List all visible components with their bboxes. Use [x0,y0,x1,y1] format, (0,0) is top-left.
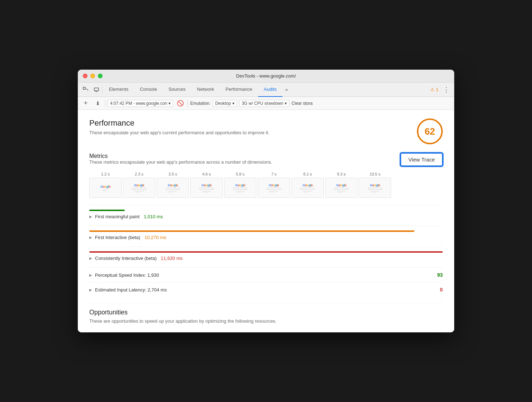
traffic-lights [83,74,103,78]
emulation-label: Emulation: [190,101,210,106]
devtools-toolbar: Elements Console Sources Network Perform… [78,83,454,97]
opportunities-description: These are opportunities to speed up your… [89,318,443,324]
filmstrip-item: 7 s Google [258,172,290,198]
filmstrip-time: 1.2 s [101,172,110,176]
filmstrip-time: 8.1 s [303,172,312,176]
add-icon[interactable]: + [81,98,91,108]
filmstrip-item: 5.8 s Google [224,172,256,198]
filmstrip-time: 4.6 s [202,172,211,176]
subbar: + ⬇ 4:07:42 PM - www.google.con ▾ 🚫 Emul… [78,97,454,110]
metric-label-row: ▶ First Interactive (beta) 10,270 ms [89,235,166,240]
tab-performance[interactable]: Performance [220,83,258,97]
filmstrip-thumb: Google [89,178,122,198]
metric-value: 11,620 ms [161,256,183,261]
perf-description: These encapsulate your web app's current… [89,130,270,135]
tab-audits[interactable]: Audits [258,83,282,97]
metric-value: 10,270 ms [144,235,166,240]
view-trace-button[interactable]: View Trace [400,153,443,166]
performance-score: 62 [417,118,443,144]
ci-progress-bar [89,251,443,253]
inspector-icon[interactable] [81,85,91,95]
tab-console[interactable]: Console [134,83,163,97]
block-icon[interactable]: 🚫 [175,98,185,108]
network-selector[interactable]: 3G w/ CPU slowdown ▾ [239,100,289,107]
filmstrip: 1.2 s Google 2.3 s Google [89,172,443,198]
metric-bar-container: ▶ Consistently Interactive (beta) 11,620… [89,256,443,261]
filmstrip-thumb: Google [325,178,357,198]
metric-label-row: ▶ First meaningful paint 1,010 ms [89,214,163,219]
dropdown-arrow-icon3: ▾ [285,101,287,106]
metric-bar-container: ▶ First Interactive (beta) 10,270 ms [89,235,443,240]
download-icon[interactable]: ⬇ [93,98,103,108]
metrics-title: Metrics [89,153,272,159]
perf-header-text: Performance These encapsulate your web a… [89,118,270,135]
metric-name: Consistently Interactive (beta) [95,256,158,261]
main-content: Performance These encapsulate your web a… [78,110,454,332]
expand-icon[interactable]: ▶ [89,273,92,277]
filmstrip-time: 3.5 s [168,172,177,176]
filmstrip-thumb: Google [258,178,290,198]
filmstrip-thumb: Google [291,178,324,198]
metric-row-ci: ▶ Consistently Interactive (beta) 11,620… [89,247,443,267]
warning-badge[interactable]: ⚠ 1 [430,87,438,92]
opportunities-title: Opportunities [89,309,443,316]
metric-name: Perceptual Speed Index: 1,930 [95,272,159,278]
fi-progress-bar [89,230,414,232]
expand-icon[interactable]: ▶ [89,288,92,292]
svg-rect-0 [83,87,85,89]
toolbar-divider [102,86,103,93]
subbar-divider2 [187,100,188,107]
metric-row-eil: ▶ Estimated Input Latency: 2,704 ms 0 [89,282,443,297]
minimize-button[interactable] [90,74,95,78]
time-url-selector[interactable]: 4:07:42 PM - www.google.con ▾ [108,100,173,107]
filmstrip-item: 2.3 s Google [123,172,155,198]
filmstrip-item: 10.5 s Google [359,172,391,198]
window-title: DevTools - www.google.com/ [236,73,296,79]
filmstrip-time: 10.5 s [370,172,380,176]
filmstrip-thumb: Google [123,178,155,198]
tab-elements[interactable]: Elements [103,83,134,97]
filmstrip-time: 9.3 s [337,172,346,176]
dropdown-arrow-icon2: ▾ [232,101,234,106]
metric-value: 1,010 ms [144,214,163,219]
metric-label-row: ▶ Estimated Input Latency: 2,704 ms [89,287,167,293]
close-button[interactable] [83,74,87,78]
expand-icon[interactable]: ▶ [89,235,92,239]
metric-row-psi: ▶ Perceptual Speed Index: 1,930 93 [89,267,443,282]
fmp-progress-bar [89,210,125,211]
metric-score: 0 [440,287,443,293]
filmstrip-item: 1.2 s Google [89,172,122,198]
tab-sources[interactable]: Sources [163,83,191,97]
metrics-section: Metrics These metrics encapsulate your w… [89,153,443,297]
filmstrip-item: 4.6 s Google [190,172,223,198]
filmstrip-thumb: Google [157,178,189,198]
metric-score-row: ▶ Estimated Input Latency: 2,704 ms 0 [89,287,443,293]
filmstrip-item: 3.5 s Google [157,172,189,198]
metrics-header-text: Metrics These metrics encapsulate your w… [89,153,272,170]
svg-rect-1 [94,88,99,91]
metric-row-fi: ▶ First Interactive (beta) 10,270 ms [89,226,443,247]
desktop-selector[interactable]: Desktop ▾ [213,100,237,107]
clear-storage-label: Clear stora [291,101,313,106]
maximize-button[interactable] [98,74,103,78]
metric-label-row: ▶ Consistently Interactive (beta) 11,620… [89,256,182,261]
expand-icon[interactable]: ▶ [89,215,92,219]
svg-rect-2 [95,91,98,92]
metrics-description: These metrics encapsulate your web app's… [89,159,272,165]
tab-bar: Elements Console Sources Network Perform… [103,83,291,97]
metric-bar-container: ▶ First meaningful paint 1,010 ms [89,214,443,219]
metric-score: 93 [437,272,443,278]
tab-more[interactable]: » [282,83,291,97]
menu-icon[interactable]: ⋮ [441,85,451,95]
filmstrip-item: 9.3 s Google [325,172,357,198]
metric-row-fmp: ▶ First meaningful paint 1,010 ms [89,205,443,226]
expand-icon[interactable]: ▶ [89,256,92,260]
device-toggle-icon[interactable] [91,85,101,95]
subbar-divider [105,100,105,107]
tab-network[interactable]: Network [191,83,220,97]
performance-header: Performance These encapsulate your web a… [89,118,443,144]
titlebar: DevTools - www.google.com/ [78,70,454,83]
warning-icon: ⚠ [430,87,434,92]
devtools-window: DevTools - www.google.com/ Elements Cons… [78,70,454,332]
filmstrip-thumb: Google [359,178,391,198]
